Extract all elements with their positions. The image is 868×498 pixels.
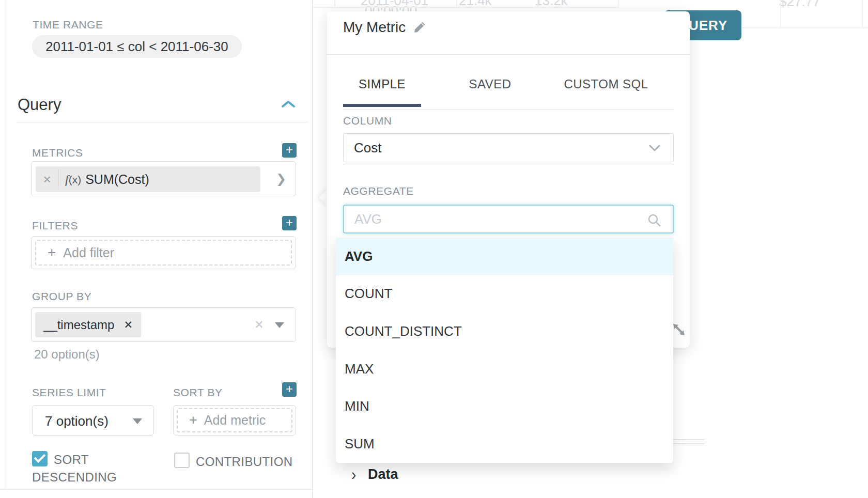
metric-remove-icon[interactable]: × (36, 172, 58, 188)
popover-header-divider (327, 54, 690, 55)
bg-table-col-line (780, 0, 781, 28)
aggregate-input[interactable]: AVG (343, 205, 674, 234)
aggregate-label: AGGREGATE (343, 185, 414, 197)
time-range-value: 2011-01-01 ≤ col < 2011-06-30 (45, 39, 228, 55)
edit-title-pencil-icon[interactable] (413, 21, 426, 34)
filters-label: FILTERS (32, 220, 78, 232)
add-sort-metric-placeholder: Add metric (204, 413, 266, 428)
menu-option-count-distinct[interactable]: COUNT_DISTINCT (336, 313, 673, 350)
group-by-chip-remove-icon[interactable]: ✕ (123, 319, 133, 331)
group-by-chip[interactable]: __timestamp ✕ (35, 312, 141, 337)
plus-icon: + (189, 412, 197, 428)
filters-select-box[interactable]: + Add filter (31, 236, 296, 269)
sort-descending-label-line1: SORT (54, 453, 89, 467)
menu-option-count[interactable]: COUNT (336, 275, 673, 313)
tab-custom-sql[interactable]: CUSTOM SQL (559, 77, 653, 107)
group-by-caret-icon[interactable] (275, 322, 284, 328)
section-divider (17, 122, 307, 122)
bg-table-col-line (862, 0, 863, 28)
menu-option-avg[interactable]: AVG (336, 238, 673, 275)
add-filter-placeholder: Add filter (63, 245, 114, 260)
aggregate-placeholder: AVG (354, 211, 382, 227)
series-limit-select[interactable]: 7 option(s) (32, 405, 154, 435)
explore-page: 2011-04-01 21.4k 13.2k $27.77 00:00:00 Q… (0, 0, 868, 498)
group-by-clear-icon[interactable]: × (255, 316, 264, 333)
plus-icon: + (48, 244, 56, 261)
sort-descending-checkbox[interactable] (32, 451, 48, 466)
menu-option-sum[interactable]: SUM (336, 425, 673, 463)
collapse-section-icon[interactable] (281, 99, 296, 110)
popover-resize-handle-icon[interactable] (672, 322, 686, 337)
group-by-label: GROUP BY (32, 290, 91, 303)
panel-bottom-border (0, 489, 312, 490)
sort-by-label: SORT BY (173, 386, 223, 399)
tab-simple[interactable]: SIMPLE (343, 77, 421, 107)
time-range-filter-chip[interactable]: 2011-01-01 ≤ col < 2011-06-30 (32, 35, 242, 58)
column-label: COLUMN (343, 115, 392, 127)
column-value: Cost (354, 140, 381, 156)
bg-table-right-value: $27.77 (779, 0, 820, 10)
menu-option-max[interactable]: MAX (336, 350, 673, 388)
menu-option-min[interactable]: MIN (336, 387, 673, 425)
bg-table-col-line (537, 0, 538, 8)
bg-table-col-line (334, 0, 335, 8)
group-by-select[interactable]: __timestamp ✕ × (31, 307, 296, 342)
group-by-options-hint: 20 option(s) (34, 347, 100, 362)
metric-title: My Metric (343, 19, 406, 36)
bg-table-col-line (456, 0, 457, 8)
add-metric-button[interactable]: + (282, 143, 297, 158)
chevron-down-icon (648, 144, 661, 152)
tab-saved[interactable]: SAVED (453, 77, 527, 107)
metrics-select-box[interactable]: × f(x) SUM(Cost) ❯ (31, 161, 296, 196)
pane-resize-grip[interactable] (673, 439, 704, 440)
sort-by-select-box[interactable]: + Add metric (173, 405, 296, 435)
time-range-label: TIME RANGE (33, 19, 103, 31)
chip-divider (58, 169, 59, 190)
add-filter-dropzone[interactable]: + Add filter (35, 240, 292, 266)
bg-table-row-line (741, 27, 868, 28)
add-filter-button[interactable]: + (282, 216, 297, 230)
contribution-label: CONTRIBUTION (196, 455, 292, 469)
column-select[interactable]: Cost (343, 133, 674, 162)
metric-popover-tabs: SIMPLE SAVED CUSTOM SQL (343, 77, 674, 107)
series-limit-label: SERIES LIMIT (32, 386, 106, 399)
metric-chip-label: SUM(Cost) (85, 172, 149, 187)
panel-divider (312, 0, 313, 498)
query-section-title: Query (18, 96, 61, 114)
series-limit-caret-icon (133, 418, 142, 424)
data-panel-chevron-icon[interactable]: › (351, 465, 356, 484)
metric-chip[interactable]: × f(x) SUM(Cost) (36, 166, 260, 192)
aggregate-options-menu: AVG COUNT COUNT_DISTINCT MAX MIN SUM (336, 238, 673, 463)
bg-table-row-line (312, 7, 618, 8)
panel-left-border (5, 0, 5, 489)
contribution-checkbox[interactable] (174, 453, 190, 468)
add-sort-metric-dropzone[interactable]: + Add metric (177, 408, 292, 432)
group-by-chip-label: __timestamp (43, 318, 114, 332)
metric-expand-caret-icon[interactable]: ❯ (276, 172, 286, 186)
tabs-track-line (343, 109, 674, 110)
sort-descending-label-line2: DESCENDING (32, 470, 117, 485)
series-limit-value: 7 option(s) (45, 413, 109, 429)
bg-table-col-line (618, 0, 619, 8)
popover-title-row: My Metric (343, 19, 426, 36)
pane-resize-grip[interactable] (673, 443, 704, 444)
add-sort-metric-button[interactable]: + (282, 382, 297, 397)
fx-icon: f(x) (65, 173, 81, 186)
metrics-label: METRICS (32, 147, 83, 159)
search-icon (647, 213, 661, 227)
data-panel-title[interactable]: Data (368, 466, 398, 483)
